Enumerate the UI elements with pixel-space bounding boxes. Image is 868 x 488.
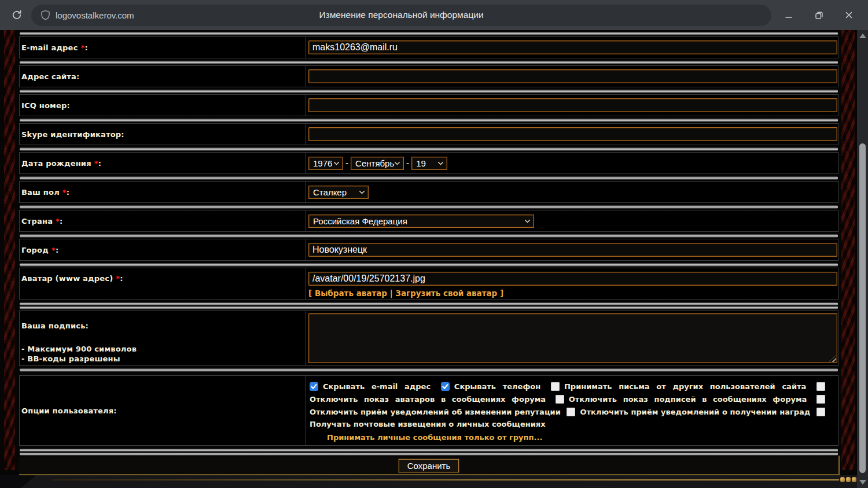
row-separator	[20, 263, 838, 267]
gold-accent-dots	[840, 477, 856, 482]
signature-note: - Максимум 900 символов	[21, 344, 301, 354]
country-label: Страна*:	[20, 210, 306, 231]
row-separator	[20, 119, 838, 122]
chevron-down-icon	[394, 161, 400, 165]
row-separator	[20, 90, 838, 93]
user-option: Принимать письма от других пользователей…	[551, 382, 806, 391]
form-row-birthdate: Дата рождения*: 1976 - Сентябрь - 19	[19, 152, 838, 174]
pm-groups-link[interactable]: Принимать личные сообщения только от гру…	[327, 433, 833, 442]
form-row-gender: Ваш пол*: Сталкер	[19, 181, 838, 203]
chevron-down-icon	[359, 190, 365, 194]
date-dash: -	[406, 158, 409, 168]
form-row-options: Опции пользователя: Скрывать e-mail адре…	[19, 375, 838, 446]
signature-textarea[interactable]	[308, 313, 837, 363]
minimize-button[interactable]	[782, 9, 795, 21]
page-viewport: E-mail адрес*: Адрес сайта: ICQ номер:	[0, 30, 868, 488]
form-row-country: Страна*: Российская Федерация	[19, 210, 838, 232]
signature-note: - BB-коды разрешены	[21, 354, 301, 364]
right-texture-strip	[841, 30, 855, 470]
icq-field[interactable]	[308, 98, 837, 112]
url-bar[interactable]: logovostalkerov.com Изменение персональн…	[31, 5, 771, 26]
row-separator	[20, 234, 838, 238]
user-option: Скрывать e-mail адрес	[310, 382, 431, 391]
row-separator	[20, 302, 838, 309]
form-row-icq: ICQ номер:	[19, 94, 838, 116]
row-separator	[20, 32, 838, 35]
user-option: Отключить показ подписей в сообщениях фо…	[556, 395, 807, 404]
birth-day-select[interactable]: 19	[411, 157, 447, 170]
chevron-down-icon	[333, 161, 340, 165]
save-button[interactable]: Сохранить	[399, 459, 459, 472]
signature-label: Ваша подпись: - Максимум 900 символов - …	[20, 311, 306, 365]
user-option: Отключить приём уведомлений о получении …	[567, 408, 810, 416]
choose-avatar-link[interactable]: Выбрать аватар	[315, 289, 387, 298]
avatar-label: Аватар (www адрес)*:	[20, 268, 306, 299]
gender-select[interactable]: Сталкер	[308, 186, 369, 199]
checkbox-checked-icon[interactable]	[310, 382, 318, 391]
chevron-down-icon	[437, 161, 444, 165]
minimize-icon	[785, 11, 793, 19]
window-controls	[782, 9, 860, 21]
city-field[interactable]	[308, 243, 837, 257]
website-label: Адрес сайта:	[20, 66, 306, 87]
upload-avatar-link[interactable]: Загрузить свой аватар	[395, 289, 497, 298]
country-select[interactable]: Российская Федерация	[308, 215, 534, 228]
date-dash: -	[345, 158, 348, 168]
checkbox-unchecked-icon[interactable]	[816, 408, 825, 416]
gold-accent-line	[52, 479, 839, 480]
option-label: Отключить приём уведомлений о получении …	[580, 408, 810, 416]
checkbox-unchecked-icon[interactable]	[816, 382, 825, 391]
option-label: Скрывать e-mail адрес	[323, 382, 431, 391]
checkbox-unchecked-icon[interactable]	[556, 395, 564, 404]
reload-icon	[11, 9, 23, 21]
email-label: E-mail адрес*:	[20, 37, 306, 58]
scrollbar-thumb[interactable]	[859, 143, 866, 473]
restore-button[interactable]	[812, 9, 825, 21]
browser-titlebar: logovostalkerov.com Изменение персональн…	[0, 0, 868, 30]
footer-band	[21, 475, 868, 488]
birth-month-select[interactable]: Сентябрь	[351, 157, 404, 170]
left-texture-strip	[4, 30, 15, 470]
options-label: Опции пользователя:	[20, 376, 306, 445]
form-row-skype: Skype идентификатор:	[19, 123, 838, 145]
save-row: Сохранить	[19, 457, 838, 475]
website-field[interactable]	[308, 69, 837, 83]
checkbox-unchecked-icon[interactable]	[816, 395, 825, 404]
user-option: Скрывать телефон	[441, 382, 540, 391]
avatar-links: [ Выбрать аватар | Загрузить свой аватар…	[308, 289, 837, 298]
row-separator	[20, 368, 838, 372]
row-separator	[20, 61, 838, 64]
scroll-up-arrow[interactable]	[857, 31, 868, 40]
birth-year-select[interactable]: 1976	[308, 157, 343, 170]
skype-label: Skype идентификатор:	[20, 124, 306, 145]
close-icon	[845, 11, 853, 19]
profile-form: E-mail адрес*: Адрес сайта: ICQ номер:	[19, 30, 838, 475]
avatar-url-field[interactable]	[308, 272, 837, 286]
restore-icon	[815, 11, 823, 20]
option-label: Принимать письма от других пользователей…	[564, 382, 806, 391]
options-flow: Скрывать e-mail адрес Скрывать телефон П…	[310, 380, 833, 431]
vertical-scrollbar[interactable]	[857, 30, 868, 488]
checkbox-unchecked-icon[interactable]	[551, 382, 560, 391]
footer-decoration	[0, 475, 868, 488]
checkbox-checked-icon[interactable]	[441, 382, 450, 391]
email-field[interactable]	[308, 40, 837, 54]
checkbox-unchecked-icon[interactable]	[567, 408, 575, 416]
skype-field[interactable]	[308, 127, 837, 141]
form-row-avatar: Аватар (www адрес)*: [ Выбрать аватар | …	[19, 268, 838, 300]
form-row-signature: Ваша подпись: - Максимум 900 символов - …	[19, 310, 838, 366]
option-label: Отключить приём уведомлений об изменении…	[310, 408, 561, 416]
reload-button[interactable]	[7, 5, 27, 25]
option-label: Скрывать телефон	[454, 382, 540, 391]
city-label: Город*:	[20, 239, 306, 260]
birthdate-label: Дата рождения*:	[20, 153, 306, 173]
row-separator	[20, 205, 838, 209]
url-text[interactable]: logovostalkerov.com	[56, 10, 134, 20]
scroll-down-arrow[interactable]	[857, 478, 868, 487]
triangle-up-icon	[859, 34, 866, 38]
chevron-down-icon	[524, 219, 531, 223]
form-row-city: Город*:	[19, 239, 838, 261]
option-label: Отключить показ аватаров в сообщениях фо…	[310, 395, 546, 404]
form-row-website: Адрес сайта:	[19, 65, 838, 87]
close-button[interactable]	[843, 9, 855, 21]
